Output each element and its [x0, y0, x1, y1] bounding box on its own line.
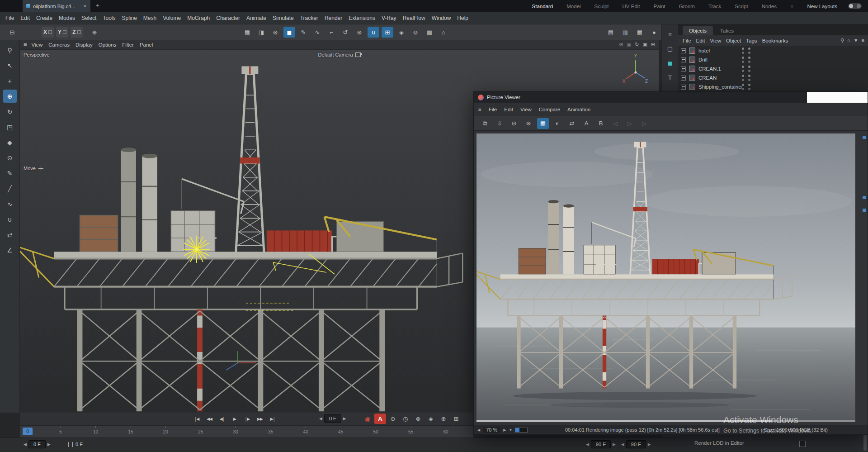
strip-menu-icon[interactable]: ≡	[664, 28, 676, 40]
compare-icon[interactable]: ◐	[552, 118, 563, 129]
set-image-a-icon[interactable]: A	[580, 118, 592, 129]
start-frame-field[interactable]: 0 F	[28, 440, 46, 448]
history-marker[interactable]	[863, 136, 866, 139]
autokeying-icon[interactable]: A	[374, 414, 386, 424]
volume-icon[interactable]: ▩	[424, 27, 435, 38]
menu-item[interactable]: Simulate	[273, 15, 294, 21]
axis-lock-button[interactable]: X	[42, 27, 54, 38]
workplane-icon[interactable]: ⌐	[326, 27, 337, 38]
menu-item[interactable]: RealFlow	[403, 15, 425, 21]
goto-end-icon[interactable]: ▶│	[267, 414, 278, 424]
keyframe-selection-icon[interactable]: ⊙	[387, 414, 399, 424]
frame-increment-icon[interactable]: ▶	[343, 416, 346, 421]
record-scale-icon[interactable]: ⊚	[412, 414, 424, 424]
rotate-tool-icon[interactable]: ↻	[3, 105, 17, 118]
timeline-playhead[interactable]: 0	[23, 428, 33, 435]
object-row[interactable]: Shipping_container	[678, 82, 868, 91]
measure-tool-icon[interactable]: ∠	[3, 243, 17, 257]
axis-lock-button[interactable]: Y	[56, 27, 68, 38]
layer-dots-icon[interactable]	[748, 84, 751, 90]
viewport-settings-icon[interactable]: ▣	[642, 42, 647, 48]
layer-dots-icon[interactable]	[748, 57, 751, 63]
render-lod-label[interactable]: Render LOD in Editor	[694, 440, 744, 446]
timeline-ruler[interactable]: 0 51015202530354045505560	[20, 425, 473, 438]
object-row[interactable]: CREAN	[678, 73, 868, 82]
manager-tab[interactable]: Takes	[714, 26, 740, 35]
viewport-menu-item[interactable]: View	[32, 42, 43, 48]
menu-item[interactable]: Create	[36, 15, 52, 21]
knife-tool-icon[interactable]: ╱	[3, 182, 17, 195]
orientation-gizmo[interactable]: Y X Z	[620, 52, 651, 84]
dynamics-icon[interactable]: ⊚	[410, 27, 421, 38]
render-view-icon[interactable]: ▦	[241, 27, 253, 38]
magnet-tool-icon[interactable]: ∪	[3, 213, 17, 226]
goto-start-icon[interactable]: │◀	[191, 414, 203, 424]
manager-tab[interactable]: Objects	[683, 26, 713, 35]
range-end-decrement-icon[interactable]: ◀	[586, 442, 589, 447]
layer-dots-icon[interactable]	[748, 75, 751, 81]
viewport-camera-icon[interactable]: ◎	[627, 42, 632, 48]
prev-frame-icon[interactable]: ◀│	[216, 414, 228, 424]
mode-texture-icon[interactable]: T	[664, 71, 676, 83]
coordinate-system-icon[interactable]: ⊕	[89, 27, 100, 38]
preview-end-decrement-icon[interactable]: ◀	[621, 442, 624, 447]
current-frame-field[interactable]: 0 F	[324, 414, 341, 423]
history-marker[interactable]	[863, 209, 866, 212]
quantize-icon[interactable]: ⊞	[382, 27, 393, 38]
render-lod-checkbox[interactable]	[799, 441, 806, 447]
prev-key-icon[interactable]: ◀◀	[203, 414, 215, 424]
record-keyframe-icon[interactable]: ◉	[362, 414, 373, 424]
expand-toggle-icon[interactable]	[681, 67, 686, 71]
customize-palette-icon[interactable]: ▤	[605, 27, 617, 38]
render-settings-icon[interactable]: ⊛	[523, 118, 534, 129]
expand-toggle-icon[interactable]	[681, 76, 686, 81]
menu-item[interactable]: File	[5, 15, 14, 21]
menu-item[interactable]: Select	[81, 15, 96, 21]
visibility-dots-icon[interactable]	[742, 57, 745, 63]
layout-item[interactable]: Standard	[532, 4, 553, 9]
swap-compare-icon[interactable]: ⇄	[566, 118, 578, 129]
render-queue-icon[interactable]: ▥	[619, 27, 631, 38]
history-marker[interactable]	[863, 196, 866, 199]
normal-move-icon[interactable]: ⊙	[3, 151, 17, 164]
picture-viewer-menu-item[interactable]: Animation	[567, 107, 590, 112]
object-manager-menu-item[interactable]: Bookmarks	[762, 38, 788, 43]
object-manager-menu-item[interactable]: Edit	[696, 38, 705, 43]
menu-item[interactable]: Volume	[163, 15, 181, 21]
scale-tool-icon[interactable]: ◳	[3, 120, 17, 133]
viewport-menu-item[interactable]: Panel	[140, 42, 153, 48]
viewport-menu-item[interactable]: Options	[99, 42, 117, 48]
object-manager-menu-item[interactable]: Object	[726, 38, 741, 43]
menu-item[interactable]: Help	[457, 15, 468, 21]
menu-item[interactable]: Animate	[246, 15, 266, 21]
expand-toggle-icon[interactable]	[681, 48, 686, 53]
object-manager-menu-item[interactable]: View	[710, 38, 721, 43]
zoom-tool-icon[interactable]: ⚲	[3, 43, 17, 57]
viewport-solo-icon[interactable]: ⊘	[619, 42, 623, 48]
picture-viewer-menu-item[interactable]: Edit	[504, 107, 513, 112]
zoom-dropdown-icon[interactable]: ▼	[509, 428, 512, 432]
expand-toggle-icon[interactable]	[681, 57, 686, 62]
asset-browser-icon[interactable]: ▦	[634, 27, 646, 38]
picture-viewer-menu-item[interactable]: File	[489, 107, 497, 112]
layout-item[interactable]: Model	[566, 4, 580, 9]
open-image-icon[interactable]: ⧉	[479, 118, 491, 129]
brush-tool-icon[interactable]: ✎	[3, 167, 17, 180]
viewport-menu-item[interactable]: Display	[75, 42, 93, 48]
viewport-view-label[interactable]: Perspective	[24, 52, 49, 57]
record-parameter-icon[interactable]: ⊕	[438, 414, 449, 424]
range-end-increment-icon[interactable]: ▶	[613, 442, 616, 447]
layout-item[interactable]: Paint	[654, 4, 665, 9]
filter-icon[interactable]: ▼	[854, 38, 859, 43]
menu-item[interactable]: Render	[325, 15, 342, 21]
object-name[interactable]: CREAN.1	[698, 66, 742, 71]
object-name[interactable]: CREAN	[698, 75, 742, 81]
render-settings-icon[interactable]: ⊛	[269, 27, 281, 38]
start-frame-increment-icon[interactable]: ▶	[47, 442, 51, 447]
menu-item[interactable]: Edit	[20, 15, 30, 21]
mode-model-icon[interactable]: ▢	[664, 43, 676, 54]
new-tab-button[interactable]: +	[96, 2, 99, 9]
record-rotation-icon[interactable]: ◈	[425, 414, 437, 424]
menu-item[interactable]: Mesh	[143, 15, 156, 21]
menu-item[interactable]: Extensions	[349, 15, 375, 21]
